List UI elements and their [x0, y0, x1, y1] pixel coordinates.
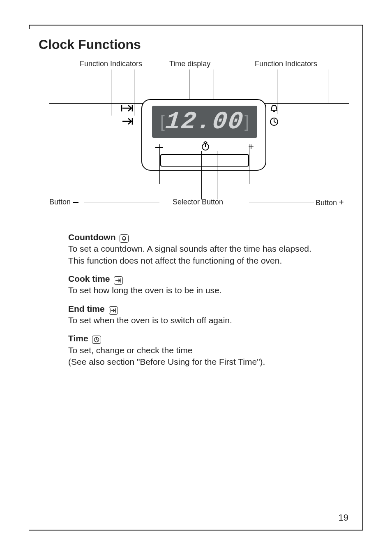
label-selector-button: Selector Button [173, 198, 223, 206]
minus-button-icon [155, 141, 163, 153]
leader-line [249, 144, 249, 184]
countdown-section: Countdown To set a countdown. A signal s… [68, 232, 352, 266]
leader-line [217, 151, 217, 199]
countdown-text-1: To set a countdown. A signal sounds afte… [68, 244, 311, 253]
leader-line [249, 202, 314, 202]
countdown-text-2: This function does not affect the functi… [68, 256, 282, 265]
clock-panel: [ 12.00 ] + [141, 99, 266, 171]
cooktime-section: Cook time To set how long the oven is to… [68, 273, 352, 297]
countdown-heading: Countdown [68, 232, 115, 242]
leader-line [328, 70, 328, 103]
svg-line-11 [274, 122, 276, 123]
endtime-text: To set when the oven is to switch off ag… [68, 315, 232, 325]
bell-icon [120, 234, 129, 243]
bell-icon [270, 104, 279, 116]
leader-line [84, 202, 159, 202]
left-function-indicators [122, 104, 134, 128]
lcd-display: [ 12.00 ] [152, 106, 257, 138]
end-time-icon [122, 104, 134, 115]
endtime-heading: End time [68, 304, 105, 313]
cook-time-icon [114, 276, 123, 285]
cooktime-heading: Cook time [68, 274, 110, 283]
label-function-indicators-right: Function Indicators [255, 60, 317, 68]
leader-line [201, 151, 202, 199]
diagram-bottom-rule [49, 184, 349, 184]
svg-line-7 [204, 141, 205, 143]
clock-diagram: Function Indicators Time display Functio… [49, 60, 349, 224]
end-time-icon [109, 306, 118, 315]
svg-line-8 [205, 141, 207, 143]
page-title: Clock Functions [39, 37, 348, 52]
time-text-2: (See also section "Before Using for the … [68, 357, 265, 366]
time-heading: Time [68, 334, 88, 343]
label-time-display: Time display [169, 60, 210, 68]
manual-page: Clock Functions Function Indicators Time… [0, 0, 392, 556]
svg-line-19 [97, 340, 98, 340]
lcd-time-value: 12.00 [164, 108, 245, 136]
right-function-indicators [270, 104, 279, 129]
time-section: Time To set, change or check the time (S… [68, 333, 352, 368]
panel-button-row: + [152, 141, 257, 153]
selector-button-icon [201, 141, 210, 153]
panel-blank-area [160, 154, 249, 167]
functions-description: Countdown To set a countdown. A signal s… [68, 232, 352, 368]
endtime-section: End time To set when the oven is to swit… [68, 303, 352, 327]
time-icon [92, 336, 101, 344]
label-button-minus: Button [49, 198, 78, 206]
time-icon [270, 117, 279, 129]
cook-time-icon [122, 117, 134, 128]
cooktime-text: To set how long the oven is to be in use… [68, 285, 222, 295]
leader-line [134, 70, 134, 116]
lcd-right-bracket: ] [244, 113, 250, 131]
page-number: 19 [339, 512, 348, 523]
leader-line [159, 144, 160, 184]
page-frame: Clock Functions Function Indicators Time… [29, 25, 363, 531]
time-text-1: To set, change or check the time [68, 345, 192, 355]
leader-line [111, 70, 111, 116]
label-function-indicators-left: Function Indicators [80, 60, 142, 68]
label-button-plus: Button + [316, 198, 344, 207]
